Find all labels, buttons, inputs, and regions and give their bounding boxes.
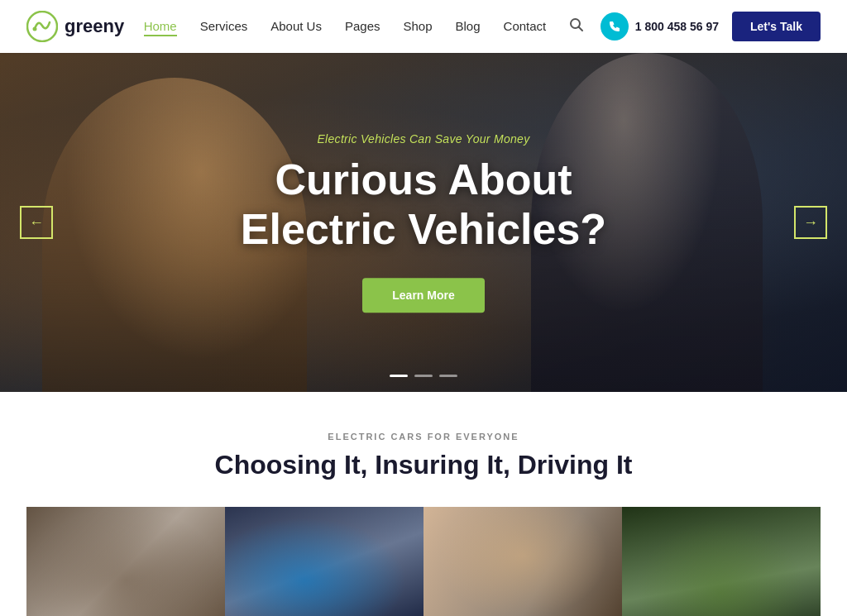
hero-title: Curious About Electric Vehicles? [175, 155, 672, 255]
phone-area: 1 800 458 56 97 [601, 12, 719, 41]
lets-talk-button[interactable]: Let's Talk [732, 12, 821, 41]
section-title: Choosing It, Insuring It, Driving It [26, 450, 821, 480]
svg-point-1 [33, 27, 37, 31]
nav-menu: Home Services About Us Pages Shop Blog C… [144, 19, 547, 34]
card-4[interactable] [622, 507, 821, 616]
nav-about[interactable]: About Us [270, 19, 322, 33]
navbar: greeny Home Services About Us Pages Shop… [0, 0, 847, 53]
slide-dot-2[interactable] [414, 375, 433, 377]
nav-blog[interactable]: Blog [456, 19, 481, 33]
cards-section: ELECTRIC CARS FOR EVERYONE Choosing It, … [0, 392, 847, 616]
nav-right: 1 800 458 56 97 Let's Talk [566, 12, 821, 41]
nav-contact[interactable]: Contact [504, 19, 547, 33]
hero-title-line2: Electric Vehicles? [241, 205, 606, 253]
phone-icon [608, 20, 621, 33]
cards-row [26, 507, 821, 616]
search-button[interactable] [566, 14, 587, 40]
hero-title-line1: Curious About [275, 155, 572, 203]
nav-pages[interactable]: Pages [345, 19, 380, 33]
logo-text: greeny [65, 16, 124, 37]
slide-dot-3[interactable] [439, 375, 457, 377]
slide-dot-1[interactable] [390, 375, 408, 377]
hero-cta-button[interactable]: Learn More [362, 278, 484, 313]
slide-dots [390, 375, 457, 377]
arrow-right-icon: → [803, 214, 818, 232]
section-label: ELECTRIC CARS FOR EVERYONE [26, 432, 821, 442]
card-2[interactable] [225, 507, 424, 616]
card-1[interactable] [26, 507, 225, 616]
nav-shop[interactable]: Shop [403, 19, 432, 33]
search-icon [569, 17, 584, 32]
hero-section: ← Electric Vehicles Can Save Your Money … [0, 53, 847, 392]
greeny-logo-icon [26, 11, 58, 42]
phone-number: 1 800 458 56 97 [635, 20, 719, 33]
svg-line-3 [578, 26, 582, 31]
slide-next-button[interactable]: → [794, 206, 827, 239]
slide-prev-button[interactable]: ← [20, 206, 53, 239]
phone-avatar [601, 12, 629, 41]
nav-home[interactable]: Home [144, 19, 177, 36]
logo-link[interactable]: greeny [26, 11, 124, 42]
card-3[interactable] [424, 507, 622, 616]
hero-subtitle: Electric Vehicles Can Save Your Money [175, 132, 672, 146]
arrow-left-icon: ← [29, 214, 44, 232]
nav-services[interactable]: Services [200, 19, 248, 33]
hero-content: Electric Vehicles Can Save Your Money Cu… [175, 132, 672, 313]
